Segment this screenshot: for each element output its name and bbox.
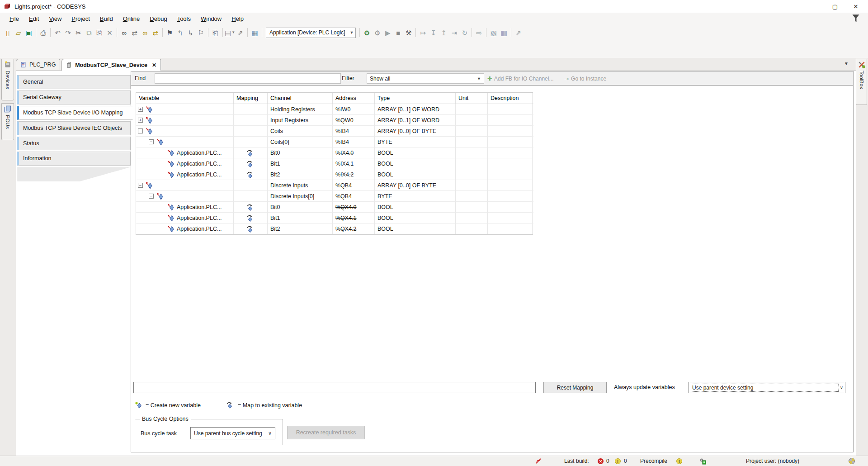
open-project-icon[interactable]: ▱ <box>13 28 24 38</box>
save-project-icon[interactable]: ▣ <box>24 28 34 38</box>
collapse-icon[interactable]: − <box>138 183 143 188</box>
filter-select[interactable]: Show all ▼ <box>367 73 484 84</box>
collapse-icon[interactable]: − <box>149 139 154 144</box>
menu-project[interactable]: Project <box>66 14 94 24</box>
chevron-down-icon: ▼ <box>477 76 481 81</box>
apply-changes-icon[interactable]: ⇗ <box>513 28 524 38</box>
always-update-select[interactable]: Use parent device setting ∨ <box>689 382 845 393</box>
step-over-icon[interactable]: ↦ <box>418 28 428 38</box>
menu-view[interactable]: View <box>44 14 66 24</box>
bookmark-clear-icon[interactable]: ⚐ <box>196 28 206 38</box>
menu-tools[interactable]: Tools <box>172 14 196 24</box>
collapse-icon[interactable]: − <box>138 128 143 133</box>
menu-file[interactable]: File <box>5 14 24 24</box>
maximize-button[interactable]: ▢ <box>825 0 845 13</box>
dialog-tab-general[interactable]: General <box>17 75 131 89</box>
print-icon[interactable]: ⎙ <box>38 28 48 38</box>
column-header-channel[interactable]: Channel <box>268 93 333 104</box>
column-header-description[interactable]: Description <box>488 93 533 104</box>
menu-edit[interactable]: Edit <box>24 14 44 24</box>
column-header-address[interactable]: Address <box>333 93 375 104</box>
delete-icon[interactable]: ✕ <box>104 28 115 38</box>
output-channel-icon <box>167 204 175 211</box>
io-table-row[interactable]: −Discrete Inputs[0]%QB4BYTE <box>136 191 533 202</box>
paste-special-icon[interactable]: ⎗ <box>210 28 221 38</box>
undo-icon[interactable]: ↶ <box>52 28 63 38</box>
bookmark-next-icon[interactable]: ↳ <box>185 28 196 38</box>
devices-panel-tab[interactable]: Devices <box>1 59 14 100</box>
start-icon[interactable]: ▶ <box>382 28 393 38</box>
reset-warm-icon[interactable]: ↻ <box>459 28 470 38</box>
goto-instance-button[interactable]: ⇥ Go to Instance <box>564 73 606 84</box>
flow-control-icon[interactable]: ▧ <box>488 28 499 38</box>
recreate-required-tasks-button[interactable]: Recreate required tasks <box>287 426 365 439</box>
stop-icon[interactable]: ■ <box>393 28 403 38</box>
filter-funnel-icon[interactable] <box>852 14 860 23</box>
menu-debug[interactable]: Debug <box>145 14 172 24</box>
replace-icon[interactable]: ⇄ <box>129 28 140 38</box>
cut-icon[interactable]: ✂ <box>73 28 84 38</box>
io-table-row[interactable]: Application.PLC...Bit2%QX4.2BOOL <box>136 223 533 234</box>
find-in-project-icon[interactable]: ∞ <box>140 28 150 38</box>
paste-icon[interactable]: ⎘ <box>94 28 104 38</box>
tab-list-chevron-icon[interactable]: ▼ <box>844 61 849 66</box>
logout-icon[interactable]: ⚙ <box>372 28 382 38</box>
reset-mapping-button[interactable]: Reset Mapping <box>543 382 607 393</box>
declarations-view-icon[interactable]: ▤▼ <box>225 28 235 38</box>
find-input[interactable] <box>155 73 341 84</box>
new-project-icon[interactable]: ▯ <box>3 28 13 38</box>
tab-modbustcp-slave-device[interactable]: ModbusTCP_Slave_Device✕ <box>61 59 161 71</box>
io-table-row[interactable]: Application.PLC...Bit0%IX4.0BOOL <box>136 147 533 158</box>
menu-help[interactable]: Help <box>226 14 249 24</box>
expand-icon[interactable]: + <box>138 118 143 123</box>
io-table-row[interactable]: Application.PLC...Bit1%IX4.1BOOL <box>136 158 533 169</box>
bookmark-toggle-icon[interactable]: ⚑ <box>165 28 175 38</box>
column-header-type[interactable]: Type <box>375 93 456 104</box>
io-table-row[interactable]: −Coils[0]%IB4BYTE <box>136 137 533 147</box>
column-header-mapping[interactable]: Mapping <box>234 93 268 104</box>
login-icon[interactable]: ⚙ <box>362 28 372 38</box>
online-config-icon[interactable]: ⚒ <box>403 28 414 38</box>
build-icon[interactable]: ▦ <box>250 28 260 38</box>
active-application-combobox[interactable]: Application [Device: PLC Logic]▼ <box>266 28 356 38</box>
run-to-cursor-icon[interactable]: ⇥ <box>449 28 459 38</box>
redo-icon[interactable]: ↷ <box>63 28 73 38</box>
replace-in-project-icon[interactable]: ⇄ <box>150 28 160 38</box>
new-object-icon[interactable]: ⇗ <box>235 28 245 38</box>
menu-window[interactable]: Window <box>196 14 226 24</box>
toolbox-panel-tab[interactable]: ToolBox <box>856 59 867 105</box>
step-into-icon[interactable]: ↧ <box>428 28 439 38</box>
io-table-row[interactable]: +Holding Registers%IW0ARRAY [0..1] OF WO… <box>136 104 533 115</box>
io-table-row[interactable]: +Input Registers%QW0ARRAY [0..1] OF WORD <box>136 115 533 126</box>
menu-online[interactable]: Online <box>118 14 145 24</box>
dialog-tab-serial-gateway[interactable]: Serial Gateway <box>17 90 131 105</box>
bus-cycle-task-select[interactable]: Use parent bus cycle setting ∨ <box>190 427 275 439</box>
add-fb-button[interactable]: ✚ Add FB for IO Channel... <box>487 73 553 84</box>
find-icon[interactable]: ∞ <box>119 28 129 38</box>
column-header-variable[interactable]: Variable <box>136 93 234 104</box>
io-table-row[interactable]: Application.PLC...Bit1%QX4.1BOOL <box>136 213 533 223</box>
bookmark-previous-icon[interactable]: ↰ <box>175 28 185 38</box>
force-values-icon[interactable]: ▥ <box>499 28 509 38</box>
dialog-tab-modbus-tcp-slave-device-iec-objects[interactable]: Modbus TCP Slave Device IEC Objects <box>17 121 131 135</box>
io-table-row[interactable]: Application.PLC...Bit2%IX4.2BOOL <box>136 169 533 180</box>
io-table-row[interactable]: Application.PLC...Bit0%QX4.0BOOL <box>136 202 533 213</box>
column-header-unit[interactable]: Unit <box>456 93 488 104</box>
dialog-tab-information[interactable]: Information <box>17 152 131 166</box>
io-table-row[interactable]: −Discrete Inputs%QB4ARRAY [0..0] OF BYTE <box>136 180 533 191</box>
tab-plc-prg[interactable]: PLC_PRG <box>16 59 60 70</box>
dialog-tab-status[interactable]: Status <box>17 137 131 151</box>
copy-icon[interactable]: ⧉ <box>84 28 94 38</box>
menu-build[interactable]: Build <box>95 14 118 24</box>
collapse-icon[interactable]: − <box>149 194 154 199</box>
close-button[interactable]: ✕ <box>845 0 866 13</box>
expand-icon[interactable]: + <box>138 107 143 112</box>
pous-panel-tab[interactable]: POUs <box>1 103 14 140</box>
next-statement-icon[interactable]: ⇨ <box>474 28 484 38</box>
step-out-icon[interactable]: ↥ <box>439 28 449 38</box>
close-tab-icon[interactable]: ✕ <box>152 62 156 68</box>
io-table-row[interactable]: −Coils%IB4ARRAY [0..0] OF BYTE <box>136 126 533 137</box>
minimize-button[interactable]: – <box>804 0 825 13</box>
variable-name: Application.PLC... <box>177 150 222 156</box>
dialog-tab-modbus-tcp-slave-device-i-o-mapping[interactable]: Modbus TCP Slave Device I/O Mapping <box>17 106 133 120</box>
